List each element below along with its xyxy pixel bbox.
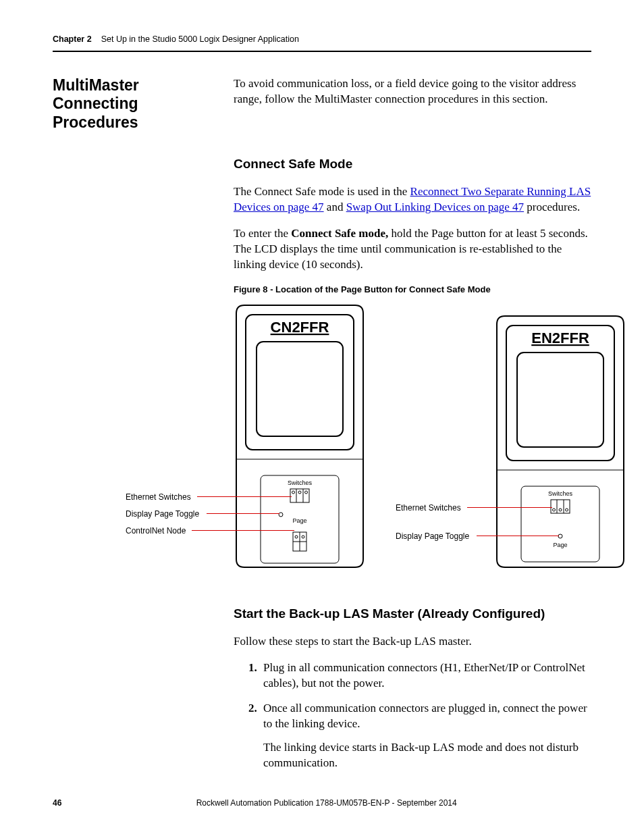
step-2: Once all communication connectors are pl… — [248, 701, 591, 781]
section-heading-connect-safe: Connect Safe Mode — [234, 155, 591, 173]
page-footer: 46 Rockwell Automation Publication 1788-… — [53, 798, 591, 808]
svg-point-9 — [305, 491, 308, 494]
device-label-b: EN2FFR — [531, 330, 589, 346]
callout-display-page-toggle-b: Display Page Toggle — [396, 531, 469, 542]
callout-display-page-toggle-a: Display Page Toggle — [126, 509, 199, 519]
page-number: 46 — [53, 798, 61, 808]
leader-a1 — [197, 496, 292, 497]
svg-rect-17 — [517, 353, 603, 447]
callout-controlnet-node-a: ControlNet Node — [126, 525, 186, 536]
connect-safe-para1: The Connect Safe mode is used in the Rec… — [234, 184, 591, 215]
svg-rect-19 — [521, 486, 599, 562]
publication-id: Rockwell Automation Publication 1788-UM0… — [61, 798, 591, 808]
svg-point-26 — [558, 534, 562, 538]
device-en2ffr: EN2FFR Switches Page — [494, 313, 626, 570]
side-heading: MultiMaster Connecting Procedures — [53, 76, 234, 132]
leader-b2 — [477, 536, 559, 536]
svg-point-7 — [292, 491, 295, 494]
chapter-title: Set Up in the Studio 5000 Logix Designer… — [101, 34, 299, 45]
step-2-note: The linking device starts in Back-up LAS… — [263, 740, 591, 771]
svg-rect-1 — [257, 342, 343, 436]
running-header: Chapter 2 Set Up in the Studio 5000 Logi… — [53, 34, 591, 51]
svg-point-24 — [559, 509, 562, 511]
switches-label-a: Switches — [288, 479, 313, 486]
leader-a2 — [207, 513, 279, 514]
figure-8: CN2FFR Switches Page — [85, 303, 624, 573]
callout-ethernet-switches-b: Ethernet Switches — [396, 502, 461, 513]
svg-point-8 — [298, 491, 301, 494]
leader-a3 — [192, 530, 294, 531]
page-label-b: Page — [553, 542, 567, 548]
leader-b1 — [467, 507, 552, 508]
switches-label-b: Switches — [548, 490, 573, 497]
svg-point-15 — [302, 536, 304, 538]
backup-lead: Follow these steps to start the Back-up … — [234, 634, 591, 650]
chapter-label: Chapter 2 — [53, 34, 92, 45]
svg-point-25 — [566, 509, 568, 511]
connect-safe-para2: To enter the Connect Safe mode, hold the… — [234, 226, 591, 273]
header-rule — [53, 51, 591, 52]
steps-list: Plug in all communication connectors (H1… — [248, 660, 591, 781]
xref-swap-out[interactable]: Swap Out Linking Devices on page 47 — [346, 201, 524, 213]
device-label-a: CN2FFR — [271, 319, 329, 336]
svg-point-23 — [553, 509, 556, 511]
figure-caption: Figure 8 - Location of the Page Button f… — [234, 284, 591, 296]
page-label-a: Page — [292, 517, 306, 524]
intro-paragraph: To avoid communication loss, or a field … — [234, 76, 591, 107]
step-1: Plug in all communication connectors (H1… — [248, 660, 591, 701]
section-heading-backup-las: Start the Back-up LAS Master (Already Co… — [234, 605, 591, 623]
callout-ethernet-switches-a: Ethernet Switches — [126, 492, 191, 502]
svg-point-14 — [295, 536, 298, 538]
